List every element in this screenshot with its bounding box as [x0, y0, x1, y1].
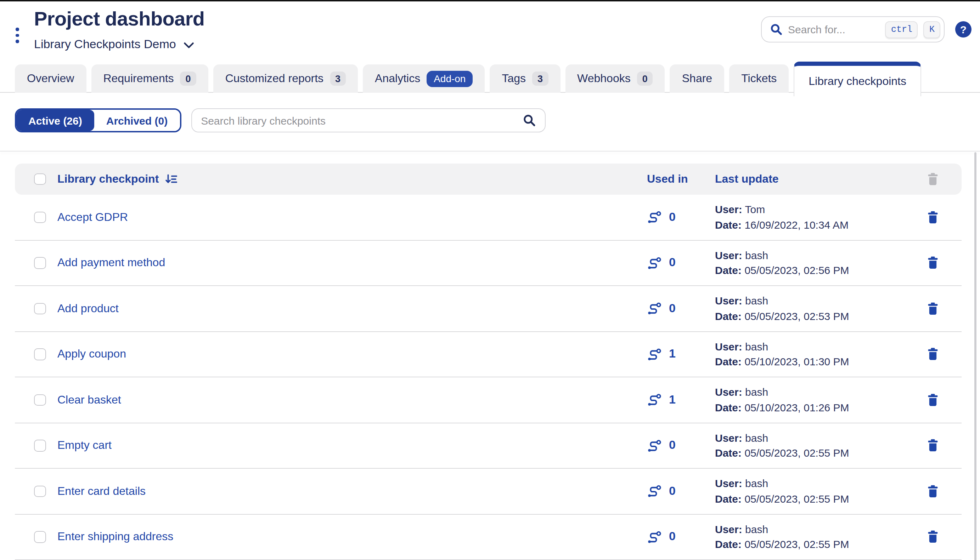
trash-icon [927, 302, 938, 315]
question-mark-icon: ? [960, 23, 967, 35]
delete-row-button[interactable] [923, 211, 942, 224]
checkpoint-link[interactable]: Apply coupon [57, 348, 647, 361]
last-update-user: bash [745, 432, 768, 444]
trash-icon [927, 348, 938, 361]
delete-row-button[interactable] [923, 302, 942, 315]
table-row: Apply coupon 1 User: bash Date: 05/10/20… [15, 332, 962, 377]
table-body: Accept GDPR 0 User: Tom Date: 16/09/2022… [15, 195, 980, 560]
delete-row-button[interactable] [923, 439, 942, 452]
last-update-date: 05/05/2023, 02:53 PM [744, 310, 849, 322]
row-checkbox[interactable] [34, 348, 46, 360]
delete-row-button[interactable] [923, 531, 942, 543]
trash-icon [927, 485, 938, 498]
row-checkbox[interactable] [34, 440, 46, 451]
last-update-date: 05/10/2023, 01:26 PM [744, 402, 849, 413]
last-update-user: bash [745, 386, 768, 398]
table-row: Clear basket 1 User: bash Date: 05/10/20… [15, 377, 962, 423]
tab-share[interactable]: Share [670, 65, 724, 93]
search-icon [770, 23, 782, 35]
table-row: Empty cart 0 User: bash Date: 05/05/2023… [15, 423, 962, 469]
select-all-checkbox[interactable] [34, 173, 46, 185]
delete-row-button[interactable] [923, 257, 942, 269]
tab-badge: 3 [330, 72, 346, 86]
row-checkbox[interactable] [34, 485, 46, 497]
tab-bar: Overview Requirements 0 Customized repor… [0, 62, 980, 96]
vertical-scrollbar[interactable] [974, 152, 977, 560]
column-library-checkpoint[interactable]: Library checkpoint [57, 173, 647, 185]
used-in-cell: 0 [647, 301, 715, 316]
checkpoint-search[interactable] [191, 108, 545, 132]
filter-archived-button[interactable]: Archived (0) [94, 110, 180, 131]
checkpoint-link[interactable]: Add payment method [57, 257, 647, 269]
table-row: Enter shipping address 0 User: bash Date… [15, 514, 962, 560]
last-update-date: 05/05/2023, 02:56 PM [744, 265, 849, 277]
used-in-cell: 0 [647, 255, 715, 270]
trash-icon [927, 439, 938, 452]
last-update-date: 05/10/2023, 01:30 PM [744, 356, 849, 368]
row-checkbox[interactable] [34, 257, 46, 269]
row-checkbox[interactable] [34, 303, 46, 314]
trash-icon [927, 393, 938, 407]
checkpoint-link[interactable]: Clear basket [57, 393, 647, 407]
checkpoint-link[interactable]: Add product [57, 302, 647, 315]
used-in-cell: 1 [647, 393, 715, 407]
table-row: Enter card details 0 User: bash Date: 05… [15, 469, 962, 514]
tab-library-checkpoints[interactable]: Library checkpoints [794, 62, 921, 96]
delete-row-button[interactable] [923, 393, 942, 407]
filter-row: Active (26) Archived (0) [15, 108, 980, 132]
used-in-count: 0 [669, 256, 676, 270]
keycap-k: K [924, 21, 940, 38]
delete-row-button[interactable] [923, 485, 942, 498]
project-selector[interactable]: Library Checkpoints Demo [34, 38, 194, 52]
status-filter: Active (26) Archived (0) [15, 108, 181, 132]
last-update-cell: User: Tom Date: 16/09/2022, 10:34 AM [715, 202, 923, 233]
last-update-cell: User: bash Date: 05/10/2023, 01:30 PM [715, 339, 923, 370]
row-checkbox[interactable] [34, 211, 46, 223]
checkpoint-link[interactable]: Accept GDPR [57, 211, 647, 224]
last-update-cell: User: bash Date: 05/05/2023, 02:56 PM [715, 248, 923, 278]
delete-row-button[interactable] [923, 348, 942, 361]
last-update-date: 16/09/2022, 10:34 AM [744, 219, 849, 231]
tab-overview[interactable]: Overview [15, 65, 86, 93]
trash-icon [927, 211, 938, 224]
global-search-input[interactable] [788, 23, 880, 35]
last-update-user: bash [745, 478, 768, 490]
tab-analytics[interactable]: Analytics Add-on [363, 65, 485, 93]
tab-requirements[interactable]: Requirements 0 [91, 65, 208, 93]
filter-active-button[interactable]: Active (26) [16, 110, 94, 131]
checkpoint-table-area: Library checkpoint Used in Last update [0, 152, 980, 560]
kebab-menu-button[interactable] [16, 28, 19, 43]
global-search[interactable]: ctrl K [761, 16, 945, 42]
checkpoint-search-input[interactable] [201, 114, 517, 127]
route-icon [647, 347, 662, 362]
last-update-cell: User: bash Date: 05/05/2023, 02:55 PM [715, 430, 923, 461]
checkpoint-link[interactable]: Enter shipping address [57, 531, 647, 543]
row-checkbox[interactable] [34, 394, 46, 406]
trash-icon [927, 257, 938, 269]
used-in-count: 1 [669, 347, 676, 362]
trash-icon [927, 531, 938, 543]
sort-icon [165, 174, 177, 185]
tab-tags[interactable]: Tags 3 [490, 65, 560, 93]
used-in-count: 0 [669, 484, 676, 498]
table-row: Add product 0 User: bash Date: 05/05/202… [15, 286, 962, 332]
trash-icon [927, 173, 938, 185]
used-in-cell: 0 [647, 210, 715, 225]
page-title: Project dashboard [34, 8, 204, 30]
delete-selected-button[interactable] [923, 173, 942, 185]
last-update-user: bash [745, 340, 768, 353]
tab-tickets[interactable]: Tickets [729, 65, 789, 93]
checkpoint-link[interactable]: Enter card details [57, 485, 647, 498]
tab-badge: 3 [532, 72, 548, 86]
row-checkbox[interactable] [34, 531, 46, 543]
used-in-count: 0 [669, 210, 676, 225]
tab-badge: 0 [181, 72, 196, 86]
tab-badge: 0 [637, 72, 653, 86]
last-update-cell: User: bash Date: 05/05/2023, 02:53 PM [715, 293, 923, 324]
tab-webhooks[interactable]: Webhooks 0 [565, 65, 665, 93]
last-update-user: bash [745, 295, 768, 307]
help-button[interactable]: ? [955, 21, 972, 38]
checkpoint-link[interactable]: Empty cart [57, 439, 647, 452]
column-used-in: Used in [647, 173, 715, 185]
tab-customized-reports[interactable]: Customized reports 3 [213, 65, 358, 93]
